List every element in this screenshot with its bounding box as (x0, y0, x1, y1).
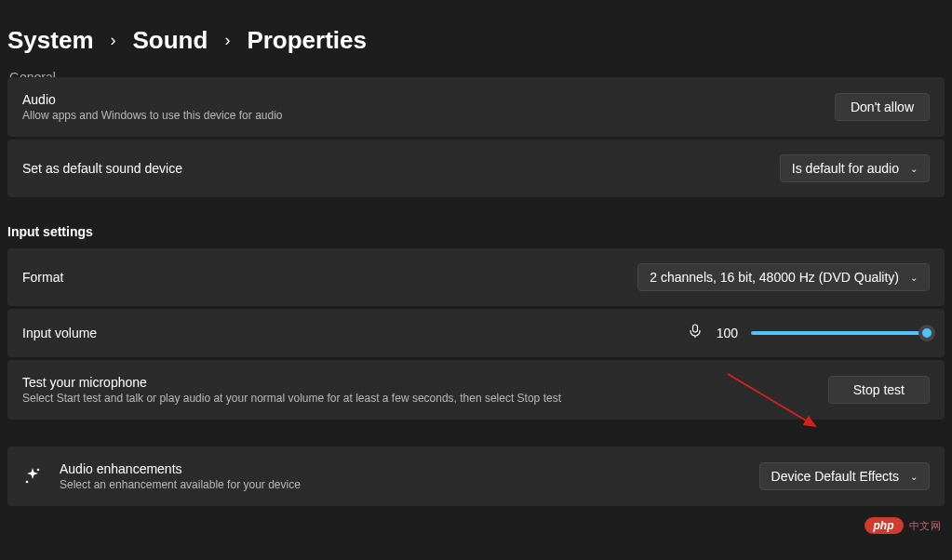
chevron-right-icon: › (224, 31, 230, 50)
stop-test-button[interactable]: Stop test (828, 376, 930, 404)
format-label: Format (22, 270, 63, 285)
default-device-value: Is default for audio (792, 161, 899, 176)
audio-enhancements-row: Audio enhancements Select an enhancement… (7, 447, 945, 506)
format-row: Format 2 channels, 16 bit, 48000 Hz (DVD… (7, 248, 945, 306)
chevron-down-icon: ⌄ (910, 472, 918, 482)
sparkle-icon (22, 466, 43, 487)
input-volume-slider[interactable] (751, 331, 930, 335)
format-dropdown[interactable]: 2 channels, 16 bit, 48000 Hz (DVD Qualit… (637, 263, 930, 291)
watermark-text: 中文网 (909, 519, 942, 533)
svg-point-2 (37, 469, 40, 472)
slider-thumb[interactable] (918, 325, 935, 341)
watermark: php 中文网 (865, 517, 942, 534)
svg-point-3 (26, 481, 29, 484)
input-volume-row: Input volume 100 (7, 309, 945, 357)
breadcrumb-properties: Properties (247, 26, 367, 55)
chevron-down-icon: ⌄ (910, 273, 918, 283)
chevron-right-icon: › (111, 31, 116, 50)
breadcrumb-system[interactable]: System (7, 26, 94, 55)
microphone-icon (688, 324, 703, 342)
default-device-dropdown[interactable]: Is default for audio ⌄ (780, 154, 930, 182)
test-microphone-sub: Select Start test and talk or play audio… (22, 392, 561, 405)
format-value: 2 channels, 16 bit, 48000 Hz (DVD Qualit… (650, 270, 899, 285)
default-device-row: Set as default sound device Is default f… (7, 140, 945, 197)
enhancements-sub: Select an enhancement available for your… (60, 478, 301, 491)
audio-label: Audio (22, 92, 283, 107)
test-microphone-row: Test your microphone Select Start test a… (7, 360, 945, 420)
chevron-down-icon: ⌄ (910, 164, 918, 174)
enhancements-label: Audio enhancements (60, 461, 301, 476)
input-volume-label: Input volume (22, 326, 97, 340)
svg-rect-0 (693, 325, 698, 332)
breadcrumb-sound[interactable]: Sound (133, 26, 208, 55)
dont-allow-button[interactable]: Don't allow (835, 93, 930, 121)
test-microphone-label: Test your microphone (22, 375, 561, 390)
section-header-input: Input settings (7, 200, 945, 248)
audio-sub: Allow apps and Windows to use this devic… (22, 109, 283, 122)
input-volume-value: 100 (716, 326, 738, 340)
watermark-badge: php (865, 517, 904, 534)
breadcrumb: System › Sound › Properties (0, 0, 952, 73)
section-header-general: General (7, 70, 945, 77)
enhancements-dropdown[interactable]: Device Default Effects ⌄ (759, 462, 930, 490)
enhancements-value: Device Default Effects (771, 469, 899, 484)
default-device-label: Set as default sound device (22, 161, 182, 176)
audio-row: Audio Allow apps and Windows to use this… (7, 77, 945, 137)
